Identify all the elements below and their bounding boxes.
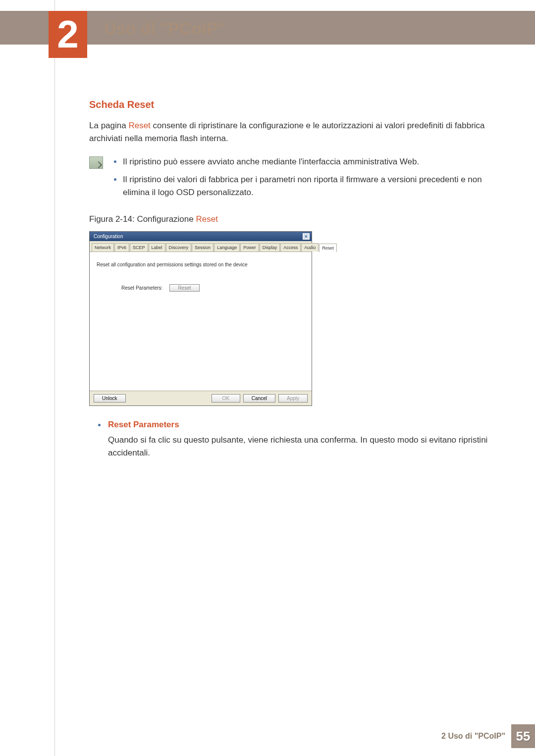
note-block: Il ripristino può essere avviato anche m… (89, 155, 505, 204)
figure-caption: Figura 2-14: Configurazione Reset (89, 214, 505, 224)
reset-row: Reset Parameters: Reset (121, 284, 305, 292)
page-content: Scheda Reset La pagina Reset consente di… (89, 99, 505, 463)
reset-parameters-label: Reset Parameters: (121, 285, 162, 291)
tab-language[interactable]: Language (214, 243, 240, 252)
figure-caption-keyword: Reset (196, 214, 217, 224)
dialog-footer: Unlock OK Cancel Apply (90, 391, 312, 405)
close-icon[interactable]: ✕ (303, 233, 310, 240)
tab-display[interactable]: Display (260, 243, 280, 252)
reset-button[interactable]: Reset (169, 284, 199, 292)
page-number: 55 (511, 724, 535, 748)
definition-item: Reset Parameters Quando si fa clic su qu… (97, 420, 505, 460)
tab-session[interactable]: Session (192, 243, 214, 252)
config-dialog: Configuration ✕ NetworkIPv6SCEPLabelDisc… (89, 231, 312, 406)
tab-label[interactable]: Label (149, 243, 165, 252)
dialog-titlebar: Configuration ✕ (90, 232, 312, 241)
cancel-button[interactable]: Cancel (243, 394, 275, 403)
definition-list: Reset Parameters Quando si fa clic su qu… (97, 420, 505, 460)
tab-scep[interactable]: SCEP (130, 243, 148, 252)
unlock-button[interactable]: Unlock (94, 394, 126, 403)
para-prefix: La pagina (89, 121, 128, 130)
tab-ipv6[interactable]: IPv6 (114, 243, 129, 252)
chapter-number-box: 2 (49, 11, 87, 58)
ok-button[interactable]: OK (212, 394, 240, 403)
note-list: Il ripristino può essere avviato anche m… (112, 155, 505, 204)
dialog-tabs: NetworkIPv6SCEPLabelDiscoverySessionLang… (90, 241, 312, 252)
intro-paragraph: La pagina Reset consente di ripristinare… (89, 119, 505, 146)
definition-description: Quando si fa clic su questo pulsante, vi… (108, 434, 505, 460)
dialog-body: Reset all configuration and permissions … (90, 252, 312, 391)
tab-audio[interactable]: Audio (301, 243, 319, 252)
note-icon (89, 156, 103, 169)
tab-network[interactable]: Network (92, 243, 114, 252)
tab-discovery[interactable]: Discovery (166, 243, 192, 252)
footer-spacer (129, 394, 209, 403)
apply-button[interactable]: Apply (278, 394, 308, 403)
note-item: Il ripristino dei valori di fabbrica per… (112, 173, 505, 200)
figure-caption-prefix: Figura 2-14: Configurazione (89, 214, 196, 224)
tab-reset[interactable]: Reset (319, 244, 337, 252)
para-keyword: Reset (128, 121, 150, 130)
dialog-description: Reset all configuration and permissions … (97, 262, 305, 267)
chapter-title: Uso di "PCoIP" (104, 19, 226, 38)
tab-power[interactable]: Power (240, 243, 259, 252)
tab-access[interactable]: Access (280, 243, 301, 252)
note-item: Il ripristino può essere avviato anche m… (112, 155, 505, 168)
left-margin-rule (54, 0, 55, 756)
dialog-title: Configuration (94, 234, 123, 239)
footer-text: 2 Uso di "PCoIP" (441, 732, 505, 741)
page-footer: 2 Uso di "PCoIP" 55 (441, 724, 535, 748)
definition-term: Reset Parameters (108, 420, 505, 430)
section-heading: Scheda Reset (89, 99, 505, 110)
